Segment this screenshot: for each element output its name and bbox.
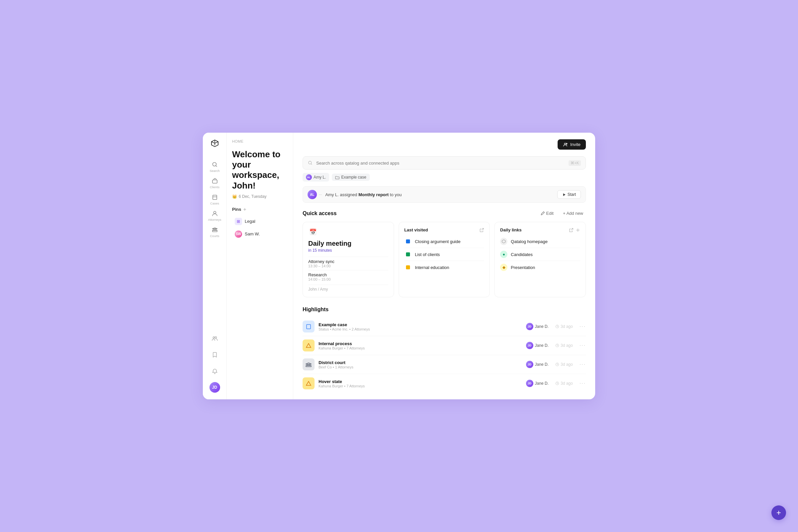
left-panel: HOME Welcome to your workspace, John! 👑 …	[227, 133, 293, 399]
folder-icon	[335, 175, 340, 179]
external-link-icon	[479, 228, 484, 232]
svg-rect-12	[406, 240, 410, 243]
notification-row: AL ··· Amy L. assigned Monthly report to…	[303, 186, 586, 203]
lv-icon-0	[404, 238, 412, 245]
highlight-info-1: Internal process Kahuna Burger • 7 Attor…	[319, 341, 522, 350]
meeting-card[interactable]: 📅 Daily meeting in 15 minutes Attorney s…	[303, 222, 394, 297]
search-input[interactable]	[316, 160, 565, 166]
highlight-menu-3[interactable]: ···	[580, 380, 586, 386]
highlight-right-2: JD Jane D. 3d ago ···	[526, 361, 586, 368]
quick-access-grid: 📅 Daily meeting in 15 minutes Attorney s…	[303, 222, 586, 297]
start-button[interactable]: Start	[557, 190, 581, 199]
highlight-user-0: JD Jane D.	[526, 323, 549, 330]
lv-icon-1	[404, 251, 412, 258]
lv-item-2[interactable]: Internal education	[404, 261, 484, 274]
meeting-time: in 15 minutes	[308, 248, 388, 253]
lv-item-0[interactable]: Closing argument guide	[404, 235, 484, 248]
last-visited-header: Last visited	[404, 227, 484, 232]
filter-pill-amy[interactable]: AL Amy L.	[303, 173, 329, 182]
svg-point-7	[213, 337, 214, 339]
time-icon-3	[555, 381, 559, 385]
sidebar-item-attorneys-label: Attorneys	[208, 218, 221, 222]
highlight-user-1: JD Jane D.	[526, 342, 549, 349]
highlights-list: Example case Status • Acme Inc. • 2 Atto…	[303, 317, 586, 393]
highlight-menu-0[interactable]: ···	[580, 324, 586, 329]
bookmark-icon[interactable]	[209, 349, 221, 361]
sidebar-item-courts[interactable]: Courts	[203, 224, 226, 240]
filter-pill-example[interactable]: Example case	[332, 174, 369, 181]
meeting-attendees: John / Amy	[308, 285, 388, 291]
highlight-right-1: JD Jane D. 3d ago ···	[526, 342, 586, 349]
highlight-info-2: District court Beef Co • 1 Attorneys	[319, 360, 522, 369]
highlight-time-0: 3d ago	[555, 324, 573, 329]
sidebar-item-search[interactable]: Search	[203, 158, 226, 174]
last-visited-card: Last visited Closing argument guide	[399, 222, 490, 297]
daily-links-card: Daily links Qa	[494, 222, 586, 297]
user-avatar[interactable]: JD	[209, 382, 220, 393]
time-icon-1	[555, 343, 559, 347]
highlight-menu-1[interactable]: ···	[580, 342, 586, 348]
svg-point-8	[215, 337, 216, 339]
lv-item-1[interactable]: List of clients	[404, 248, 484, 261]
add-new-button[interactable]: + Add new	[560, 209, 586, 217]
highlight-icon-case	[303, 321, 315, 332]
team-icon[interactable]	[209, 332, 221, 344]
meeting-event-1: Research 14:00 – 15:00	[308, 270, 388, 283]
dl-icon-qatalog	[500, 238, 507, 245]
bell-icon[interactable]	[209, 365, 221, 377]
lv-icon-2	[404, 264, 412, 271]
invite-button[interactable]: Invite	[557, 139, 586, 150]
dl-item-2[interactable]: ◆ Presentation	[500, 261, 580, 274]
dl-item-1[interactable]: ● Candidates	[500, 248, 580, 261]
filter-pills: AL Amy L. Example case	[303, 173, 586, 182]
sidebar-item-search-label: Search	[209, 169, 220, 173]
highlight-icon-hover	[303, 377, 315, 390]
highlight-user-avatar-1: JD	[526, 342, 533, 349]
pin-legal-icon: ⊞	[235, 218, 242, 225]
pin-samw-avatar: SW	[235, 230, 242, 238]
breadcrumb: HOME	[232, 139, 288, 143]
sidebar: Search Clients Cases	[203, 133, 227, 399]
svg-rect-1	[212, 180, 217, 183]
quick-access-title: Quick access	[303, 210, 337, 216]
sidebar-item-cases[interactable]: Cases	[203, 191, 226, 207]
pin-item-legal[interactable]: ⊞ Legal	[232, 215, 288, 227]
dl-item-0[interactable]: Qatalog homepage	[500, 235, 580, 248]
dl-icon-candidates: ●	[500, 251, 507, 258]
app-logo[interactable]	[210, 139, 220, 149]
daily-links-add-icon[interactable]	[575, 228, 580, 232]
search-bar: ⌘+K	[303, 156, 586, 170]
highlight-user-2: JD Jane D.	[526, 361, 549, 368]
svg-point-9	[564, 143, 566, 145]
highlights-title: Highlights	[303, 307, 586, 312]
filter-amy-avatar: AL	[306, 174, 312, 180]
play-icon	[562, 193, 566, 196]
highlight-user-avatar-3: JD	[526, 380, 533, 387]
edit-button[interactable]: Edit	[538, 209, 556, 217]
sidebar-item-attorneys[interactable]: Attorneys	[203, 208, 226, 223]
search-shortcut: ⌘+K	[569, 160, 581, 166]
meeting-title: Daily meeting	[308, 240, 388, 247]
pin-item-samw[interactable]: SW Sam W.	[232, 228, 288, 240]
svg-marker-11	[563, 193, 565, 196]
add-pin-button[interactable]: +	[243, 207, 246, 212]
search-icon	[307, 160, 313, 166]
highlight-right-3: JD Jane D. 3d ago ···	[526, 380, 586, 387]
meeting-icon: 📅	[308, 227, 318, 237]
svg-point-2	[213, 211, 216, 214]
daily-links-external-icon	[569, 228, 573, 232]
highlight-time-1: 3d ago	[555, 343, 573, 348]
highlight-icon-process	[303, 340, 315, 352]
dl-icon-presentation: ◆	[500, 264, 507, 271]
daily-links-header: Daily links	[500, 227, 580, 232]
highlight-right-0: JD Jane D. 3d ago ···	[526, 323, 586, 330]
highlight-row-0: Example case Status • Acme Inc. • 2 Atto…	[303, 317, 586, 336]
fab-button[interactable]: +	[772, 506, 786, 520]
time-icon-2	[555, 362, 559, 366]
sidebar-item-cases-label: Cases	[210, 202, 219, 205]
notification-text: Amy L. assigned Monthly report to you	[325, 192, 554, 197]
highlight-row-2: District court Beef Co • 1 Attorneys JD …	[303, 355, 586, 374]
highlight-row-1: Internal process Kahuna Burger • 7 Attor…	[303, 336, 586, 355]
sidebar-item-clients[interactable]: Clients	[203, 175, 226, 191]
highlight-menu-2[interactable]: ···	[580, 361, 586, 367]
